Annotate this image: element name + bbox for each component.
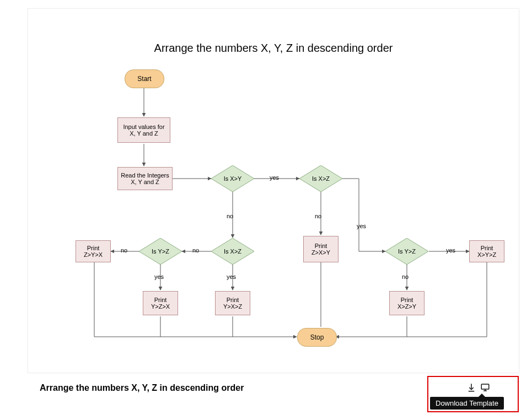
read-label: Read the Integers X, Y and Z	[120, 172, 170, 185]
edge-xztop-no: no	[315, 213, 321, 219]
p-yxz-label: Print Y>X>Z	[223, 297, 242, 310]
process-print-zyx: Print Z>Y>X	[76, 240, 111, 262]
p-xzy-label: Print X>Z>Y	[397, 297, 416, 310]
process-print-xyz: Print X>Y>Z	[469, 240, 504, 262]
edge-xy-yes: yes	[270, 174, 279, 181]
chart-title: Arrange the numbers X, Y, Z in descendin…	[28, 42, 519, 55]
p-yzx-label: Print Y>Z>X	[151, 297, 170, 310]
process-print-xzy: Print X>Z>Y	[389, 291, 424, 315]
decision-yz-left: Is Y>Z	[139, 238, 182, 265]
decision-yz-right-label: Is Y>Z	[385, 238, 428, 265]
edge-xy-no: no	[227, 213, 233, 219]
download-tooltip: Download Template	[430, 397, 504, 410]
edge-yzr-yes: yes	[446, 247, 455, 254]
decision-xz-mid: Is X>Z	[211, 238, 254, 265]
process-read: Read the Integers X, Y and Z	[117, 167, 173, 190]
decision-yz-right: Is Y>Z	[385, 238, 428, 265]
p-zxy-label: Print Z>X>Y	[311, 243, 330, 256]
p-xyz-label: Print X>Y>Z	[477, 245, 496, 258]
decision-xz-mid-label: Is X>Z	[211, 238, 254, 265]
page-root: Arrange the numbers X, Y, Z in descendin…	[0, 0, 532, 420]
flowchart-card: Arrange the numbers X, Y, Z in descendin…	[28, 8, 519, 373]
terminator-stop: Stop	[297, 328, 337, 347]
process-print-yxz: Print Y>X>Z	[215, 291, 250, 315]
stop-label: Stop	[310, 333, 324, 341]
download-icon[interactable]	[466, 383, 476, 395]
decision-xz-top-label: Is X>Z	[299, 165, 342, 192]
decision-xz-top: Is X>Z	[299, 165, 342, 192]
edge-yzl-yes: yes	[154, 273, 164, 280]
flow-edges	[28, 9, 519, 373]
terminator-start: Start	[125, 69, 164, 88]
edge-xzmid-yes: yes	[227, 273, 236, 280]
edge-yzl-no: no	[121, 247, 127, 254]
decision-xy: Is X>Y	[211, 165, 254, 192]
template-actions	[466, 383, 491, 395]
edge-xztop-yes: yes	[357, 223, 366, 229]
start-label: Start	[137, 75, 151, 83]
decision-xy-label: Is X>Y	[211, 165, 254, 192]
process-print-zxy: Print Z>X>Y	[303, 236, 338, 262]
svg-rect-5	[481, 384, 489, 389]
edge-yzr-no: no	[402, 273, 409, 280]
desktop-icon[interactable]	[480, 383, 491, 395]
decision-yz-left-label: Is Y>Z	[139, 238, 182, 265]
caption: Arrange the numbers X, Y, Z in descendin…	[40, 383, 244, 393]
input-label: Input values for X, Y and Z	[120, 123, 168, 137]
edge-xzmid-no: no	[192, 247, 199, 254]
process-print-yzx: Print Y>Z>X	[143, 291, 178, 315]
p-zyx-label: Print Z>Y>X	[84, 245, 103, 258]
process-input: Input values for X, Y and Z	[117, 117, 170, 143]
